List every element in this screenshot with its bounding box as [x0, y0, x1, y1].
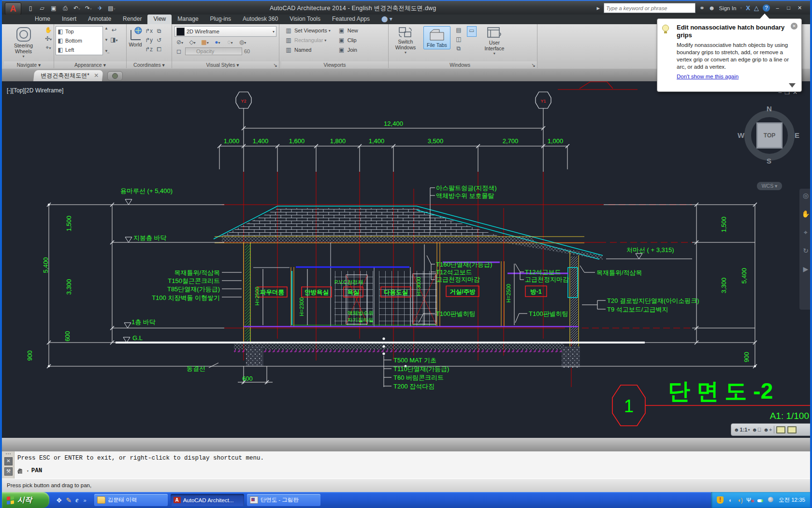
- scroll-up-icon[interactable]: ▲: [104, 26, 108, 30]
- command-window[interactable]: ✕ ⚒ Press ESC or ENTER to exit, or right…: [2, 451, 810, 479]
- autoscale-icon[interactable]: ☻+: [763, 427, 772, 433]
- search-input[interactable]: [604, 3, 696, 13]
- sign-in-dropdown[interactable]: ▾: [740, 6, 742, 10]
- search-arrow-icon[interactable]: ▸: [596, 4, 600, 12]
- panel-footer-windows[interactable]: Windows ↘: [389, 61, 537, 68]
- autodesk360-icon[interactable]: △: [754, 4, 759, 12]
- new-file-icon[interactable]: ▯: [26, 4, 35, 12]
- annotation-scale-button[interactable]: ☻1:1▾: [734, 427, 750, 433]
- antivirus-pill-icon[interactable]: [756, 496, 764, 504]
- ribbon-tab-view[interactable]: View: [147, 15, 172, 24]
- file-tab-close-icon[interactable]: ✕: [94, 72, 99, 79]
- ucs-z-icon[interactable]: ↱z: [145, 45, 153, 53]
- internet-explorer-icon[interactable]: e: [75, 496, 78, 504]
- appearance-faces-icon[interactable]: ◨▾: [110, 36, 118, 44]
- workspace-monitor-icon[interactable]: [776, 426, 785, 433]
- status-bar-toggle-icon[interactable]: ▭: [467, 26, 477, 37]
- volume-icon[interactable]: ◖): [736, 496, 744, 504]
- panel-footer-navigate[interactable]: Navigate ▾: [4, 61, 54, 68]
- view-option-bottom[interactable]: ◧Bottom: [56, 36, 102, 45]
- panel-footer-viewports[interactable]: Viewports: [281, 61, 388, 68]
- panel-footer-coordinates[interactable]: Coordinates ▾: [127, 61, 172, 68]
- zoom-previous-icon[interactable]: ↩: [110, 26, 118, 34]
- world-ucs-button[interactable]: World: [128, 26, 143, 53]
- viewports-join[interactable]: ▣Join: [337, 45, 358, 54]
- command-window-splitter[interactable]: [2, 438, 810, 452]
- panel-footer-visual-styles[interactable]: Visual Styles ▾ ↘: [172, 61, 279, 68]
- application-menu-button[interactable]: A: [5, 2, 21, 15]
- view-option-top[interactable]: ◧Top: [56, 27, 102, 36]
- scroll-down-icon[interactable]: ▼: [104, 38, 108, 42]
- zoom-tool-icon[interactable]: ⌖: [800, 228, 811, 240]
- save-icon[interactable]: ▣: [49, 4, 58, 12]
- tile-horizontally-icon[interactable]: ▤: [454, 26, 463, 34]
- close-button[interactable]: ✕: [796, 4, 803, 12]
- mute-speaker-icon[interactable]: ◖: [726, 496, 734, 504]
- balloon-close-icon[interactable]: ✕: [791, 23, 798, 30]
- taskbar-button-autocad[interactable]: AAutoCAD Architect...: [171, 494, 244, 506]
- minimize-button[interactable]: –: [774, 4, 781, 12]
- properties-icon[interactable]: ▤▾: [107, 4, 116, 12]
- file-tabs-button[interactable]: File Tabs: [423, 26, 450, 49]
- taskbar-button-paint[interactable]: 단면도 - 그림판: [247, 494, 320, 506]
- switch-windows-button[interactable]: Switch Windows▾: [392, 26, 420, 55]
- shadows-icon[interactable]: ●▾: [213, 38, 222, 46]
- ribbon-tab-autodesk-360[interactable]: Autodesk 360: [237, 15, 284, 24]
- command-prompt-row[interactable]: ▾ PAN: [16, 467, 42, 475]
- command-customize-icon[interactable]: ⚒: [4, 467, 13, 476]
- annotation-visibility-icon[interactable]: ☻⃝: [752, 427, 762, 433]
- workspace-icon[interactable]: ✈: [96, 4, 104, 12]
- viewports-clip[interactable]: ▣Clip: [337, 36, 358, 45]
- quicklaunch-app-icon[interactable]: ❖: [56, 496, 62, 504]
- ribbon-tab-vision-tools[interactable]: Vision Tools: [284, 15, 326, 24]
- showmotion-icon[interactable]: ▶: [800, 265, 811, 277]
- security-shield-icon[interactable]: !: [717, 496, 724, 504]
- exchange-apps-icon[interactable]: X: [746, 4, 750, 12]
- facet-edges-icon[interactable]: ◇▾: [188, 38, 197, 46]
- quicklaunch-pencil-icon[interactable]: ✎: [66, 496, 72, 504]
- tile-vertically-icon[interactable]: ◫: [454, 35, 463, 43]
- viewcube[interactable]: N S W E TOP: [740, 106, 798, 164]
- redo-icon[interactable]: ↷▾: [84, 4, 93, 12]
- command-close-icon[interactable]: ✕: [4, 457, 13, 465]
- taskbar-button-folder[interactable]: 김문태 이력: [94, 494, 168, 506]
- viewcube-south[interactable]: S: [767, 157, 771, 165]
- ribbon-tab-render[interactable]: Render: [117, 15, 147, 24]
- pan-arrows-icon[interactable]: ✣▾: [44, 35, 53, 43]
- materials-icon[interactable]: ◍▾: [238, 38, 247, 46]
- binoculars-icon[interactable]: ⚭: [699, 4, 705, 12]
- viewcube-top-face[interactable]: TOP: [756, 122, 783, 149]
- steering-wheels-button[interactable]: Steering Wheels▾: [5, 26, 42, 59]
- drawing-viewport[interactable]: 파우더룸안방욕실욕실다용도실거실/주방방-1 12,4001,0001,4001…: [2, 81, 810, 438]
- viewcube-west[interactable]: W: [738, 131, 744, 139]
- panel-footer-appearance[interactable]: Appearance ▾: [54, 61, 126, 68]
- dont-show-again-link[interactable]: Don't show me this again: [677, 74, 739, 79]
- view-option-left[interactable]: ◧Left: [56, 45, 102, 54]
- start-button[interactable]: 시작: [2, 492, 49, 508]
- undo-icon[interactable]: ↶▾: [72, 4, 81, 12]
- viewports-set-viewports[interactable]: ▥Set Viewports▾: [284, 26, 331, 35]
- ribbon-options-icon[interactable]: ⬤ ▾: [376, 15, 398, 24]
- wireless-icon[interactable]: ΨB: [746, 496, 754, 504]
- lighting-icon[interactable]: ◌▾: [226, 38, 234, 46]
- taskbar-clock[interactable]: 오전 12:35: [779, 496, 805, 504]
- ribbon-tab-featured-apps[interactable]: Featured Apps: [326, 15, 376, 24]
- ucs-previous-icon[interactable]: ↺: [155, 36, 163, 44]
- ucs-x-icon[interactable]: ↱x: [145, 27, 153, 35]
- full-navigation-wheel-icon[interactable]: ◎: [800, 192, 811, 203]
- command-grip[interactable]: [5, 453, 11, 455]
- ribbon-tab-home[interactable]: Home: [29, 15, 56, 24]
- ucs-view-icon[interactable]: ⧉: [155, 27, 163, 35]
- open-file-icon[interactable]: ▱: [38, 4, 46, 12]
- new-drawing-tab-button[interactable]: [107, 71, 123, 81]
- pan-hand-icon[interactable]: ✋: [44, 26, 53, 34]
- ribbon-tab-manage[interactable]: Manage: [172, 15, 204, 24]
- wcs-menu[interactable]: WCS ▾: [757, 182, 782, 190]
- maximize-button[interactable]: □: [785, 4, 792, 12]
- viewcube-north[interactable]: N: [767, 105, 772, 113]
- update-globe-icon[interactable]: [767, 496, 774, 504]
- ucs-y-icon[interactable]: ↱y: [145, 36, 153, 44]
- opacity-slider[interactable]: Opacity: [185, 47, 242, 55]
- viewcube-east[interactable]: E: [795, 131, 799, 139]
- plot-icon[interactable]: ⎙: [61, 4, 70, 12]
